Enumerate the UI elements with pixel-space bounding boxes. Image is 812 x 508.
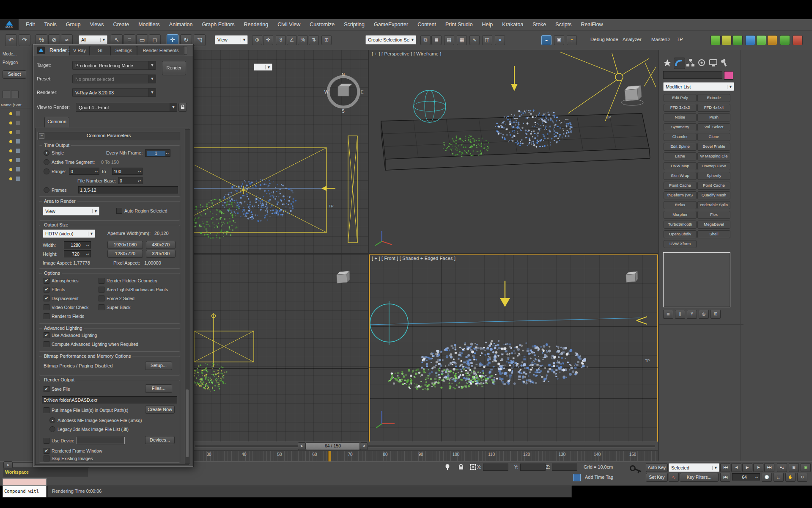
plugin-icon-2[interactable] xyxy=(721,35,732,45)
preset-dropdown[interactable]: No preset selected▼ xyxy=(72,75,156,83)
viewport-front[interactable]: TP [ + ] [ Front ] [ Shaded + Edged Face… xyxy=(369,254,658,461)
modifier-button[interactable]: Edit Poly xyxy=(664,94,697,102)
plugin-icon-3[interactable] xyxy=(732,35,743,45)
checkbox-render-hidden-geometry[interactable]: Render Hidden Geometry xyxy=(99,278,157,284)
checkbox-save-file[interactable]: ✔Save File xyxy=(44,386,70,392)
previous-frame-button[interactable]: < xyxy=(298,442,306,450)
checkbox-auto-region[interactable]: Auto Region Selected xyxy=(116,208,167,214)
layer-manager-icon[interactable]: ▤ xyxy=(444,35,454,45)
radio-active-time-segment[interactable]: Active Time Segment: xyxy=(44,159,95,165)
current-frame-field[interactable]: 64 xyxy=(732,473,760,480)
bitmap-setup-button[interactable]: Setup... xyxy=(145,362,172,370)
menu-scripts[interactable]: Scripts xyxy=(551,19,576,30)
menu-graph-editors[interactable]: Graph Editors xyxy=(197,19,239,30)
target-dropdown[interactable]: Production Rendering Mode▼ xyxy=(72,61,156,70)
menu-animation[interactable]: Animation xyxy=(165,19,198,30)
toolbar-label-masterd[interactable]: MasterD xyxy=(651,37,669,42)
checkbox-render-to-fields[interactable]: Render to Fields xyxy=(44,313,84,319)
render-button[interactable]: Render xyxy=(162,61,186,75)
checkbox-compute-advanced-lighting[interactable]: Compute Advanced Lighting when Required xyxy=(44,341,138,347)
region-zoom-icon[interactable]: ⬚ xyxy=(774,473,784,482)
named-selection-sets-dropdown[interactable]: Create Selection Se▼ xyxy=(365,35,416,44)
lock-view-button[interactable] xyxy=(178,103,187,112)
radio-frames[interactable]: Frames xyxy=(44,187,67,193)
go-to-start-button[interactable]: |◀◀ xyxy=(720,463,730,472)
area-to-render-dropdown[interactable]: View▼ xyxy=(43,207,99,215)
curve-editor-icon[interactable]: ∿ xyxy=(469,35,480,45)
viewport-perspective-label[interactable]: [ + ] [ Perspective ] [ Wireframe ] xyxy=(372,51,441,56)
key-filters-button[interactable]: Key Filters... xyxy=(680,473,719,482)
radio-single[interactable]: ●Single xyxy=(44,150,64,156)
modifier-button[interactable]: Spherify xyxy=(697,172,730,180)
menu-scripting[interactable]: Scripting xyxy=(339,19,369,30)
menu-views[interactable]: Views xyxy=(85,19,108,30)
macro-recorder-pane[interactable] xyxy=(3,478,47,486)
plugin-icon-4[interactable] xyxy=(745,35,755,45)
viewport-front-label[interactable]: [ + ] [ Front ] [ Shaded + Edged Faces ] xyxy=(372,256,455,261)
play-button[interactable]: ▶ xyxy=(742,463,752,472)
checkbox-skip-existing-images[interactable]: Skip Existing Images xyxy=(44,456,93,461)
menu-customize[interactable]: Customize xyxy=(305,19,339,30)
selection-lock-icon[interactable] xyxy=(458,464,464,470)
selection-filter-dropdown[interactable]: All▼ xyxy=(79,35,107,44)
y-coordinate-field[interactable] xyxy=(520,464,546,471)
modifier-button[interactable]: Extrude xyxy=(697,94,730,102)
scene-explorer-icon[interactable]: ▦ xyxy=(457,35,467,45)
every-nth-frame-field[interactable]: 1 xyxy=(145,149,170,157)
angle-snap-icon[interactable]: ∠ xyxy=(287,35,297,45)
show-end-result-icon[interactable]: ∥ xyxy=(675,310,685,319)
workspace-label[interactable]: Workspace xyxy=(5,469,29,475)
tab-modify[interactable] xyxy=(674,58,685,69)
material-editor-icon[interactable]: ● xyxy=(495,35,505,45)
range-to-field[interactable]: 100 xyxy=(112,168,143,175)
menu-group[interactable]: Group xyxy=(61,19,85,30)
maxscript-listener-pane[interactable]: Compound witl xyxy=(3,486,47,497)
resolution-480x270-button[interactable]: 480x270 xyxy=(146,241,176,249)
modifier-button[interactable]: Point Cache xyxy=(664,182,697,190)
tab-gi[interactable]: GI xyxy=(90,46,110,55)
modifier-button[interactable]: FFD 3x3x3 xyxy=(664,104,697,112)
radio-autodesk-me-sequence[interactable]: ●Autodesk ME Image Sequence File (.imsq) xyxy=(49,417,142,423)
z-coordinate-field[interactable] xyxy=(552,464,577,471)
menu-edit[interactable]: Edit xyxy=(21,19,40,30)
modifier-button[interactable]: Morpher xyxy=(664,211,697,219)
radio-legacy-ifl[interactable]: Legacy 3ds Max Image File List (.ifl) xyxy=(49,426,129,432)
viewport-perspective[interactable]: TP [ + ] [ Perspective ] [ Wireframe ] xyxy=(369,50,658,253)
rendered-frame-window-icon[interactable]: ▣ xyxy=(554,35,564,45)
render-setup-dialog[interactable]: Render Setup: V-Ray Adv 3.20.03 – ▢ ✕ Ta… xyxy=(33,44,193,467)
checkbox-super-black[interactable]: Super Black xyxy=(99,304,131,310)
checkbox-video-color-check[interactable]: Video Color Check xyxy=(44,304,88,310)
checkbox-put-image-file-list[interactable]: Put Image File List(s) in Output Path(s) xyxy=(44,407,128,413)
checkbox-atmospherics[interactable]: ✔Atmospherics xyxy=(44,278,79,284)
select-and-scale-icon[interactable]: ◹ xyxy=(194,34,206,46)
checkbox-use-advanced-lighting[interactable]: ✔Use Advanced Lighting xyxy=(44,332,97,338)
absolute-mode-icon[interactable] xyxy=(469,464,477,470)
viewport-top-left[interactable]: N S W E TP xyxy=(192,50,368,253)
tab-vray[interactable]: V-Ray xyxy=(69,46,90,55)
modifier-button[interactable]: Bevel Profile xyxy=(697,143,730,151)
current-frame-marker[interactable] xyxy=(328,451,331,462)
tab-create[interactable] xyxy=(662,58,674,69)
modifier-list-dropdown[interactable]: Modifier List▼ xyxy=(663,82,734,91)
object-name-field[interactable] xyxy=(663,71,722,79)
modifier-button[interactable]: FFD 4x4x4 xyxy=(697,104,730,112)
view-to-render-dropdown[interactable]: Quad 4 - Front▼ xyxy=(76,103,177,112)
frames-field[interactable]: 1,3,5-12 xyxy=(78,186,178,193)
track-bar[interactable]: 30 40 50 60 70 80 90 100 110 120 130 140… xyxy=(192,450,658,461)
modifier-button[interactable]: Shell xyxy=(697,230,730,238)
radio-range[interactable]: Range: xyxy=(44,168,66,174)
selection-pin-icon[interactable] xyxy=(444,464,451,470)
time-slider-track[interactable] xyxy=(195,445,655,447)
use-pivot-center-icon[interactable]: ⊕ xyxy=(252,35,262,45)
select-button[interactable]: Select xyxy=(3,70,26,79)
plugin-icon-6[interactable] xyxy=(767,35,777,45)
go-to-end-button[interactable]: ▶▶| xyxy=(764,463,774,472)
previous-key-button[interactable]: ◀| xyxy=(731,463,741,472)
align-icon[interactable]: ≣ xyxy=(431,35,442,45)
object-color-swatch[interactable] xyxy=(724,71,733,80)
max-logo[interactable]: MAX xyxy=(0,19,19,30)
checkbox-area-lights-shadows[interactable]: Area Lights/Shadows as Points xyxy=(99,287,168,293)
menu-create[interactable]: Create xyxy=(109,19,134,30)
selection-set-dropdown[interactable]: Selected▼ xyxy=(669,463,719,472)
modifier-button[interactable]: Skin Wrap xyxy=(664,172,697,180)
